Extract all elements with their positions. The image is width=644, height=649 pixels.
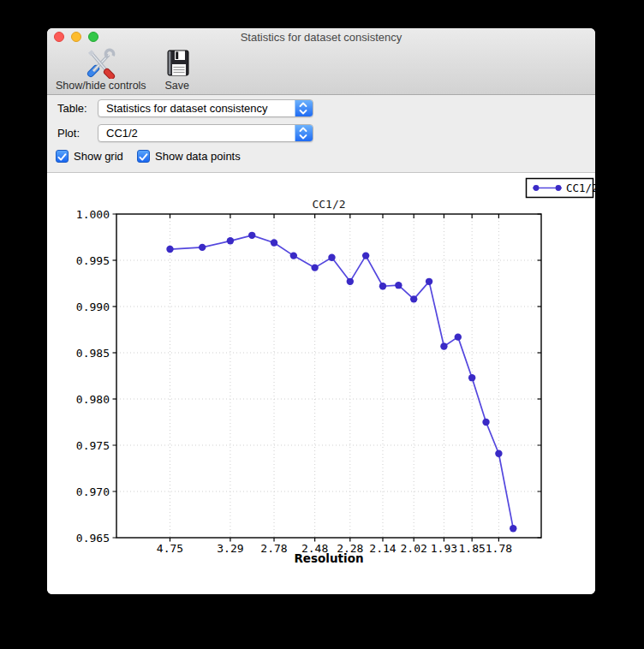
data-point — [311, 264, 318, 271]
y-tick-label: 0.980 — [76, 393, 110, 406]
legend-marker — [534, 185, 540, 191]
data-point — [227, 237, 234, 244]
data-point — [248, 232, 255, 239]
x-tick-label: 2.14 — [369, 542, 396, 555]
show-hide-controls-label: Show/hide controls — [56, 80, 146, 92]
chevron-up-down-icon — [295, 100, 311, 116]
cc-half-chart: 1.0000.9950.9900.9850.9800.9750.9700.965… — [47, 173, 595, 594]
x-tick-label: 2.02 — [401, 542, 427, 555]
table-select[interactable]: Statistics for dataset consistency — [98, 99, 313, 117]
chart-gridlines — [116, 214, 541, 538]
data-point — [455, 333, 462, 340]
x-tick-label: 1.78 — [486, 542, 512, 555]
plot-label: Plot: — [57, 127, 80, 140]
checkmark-icon — [138, 152, 149, 163]
data-point — [362, 252, 369, 259]
controls-panel: Table: Statistics for dataset consistenc… — [47, 95, 595, 173]
chart-title: CC1/2 — [312, 198, 345, 211]
chevron-up-down-icon — [295, 125, 311, 141]
window-header: Statistics for dataset consistency — [47, 28, 595, 95]
data-point — [328, 254, 335, 261]
data-point — [395, 282, 402, 289]
save-icon — [162, 48, 193, 79]
show-grid-checkbox[interactable] — [56, 150, 69, 163]
show-hide-controls-button[interactable]: Show/hide controls — [56, 48, 146, 92]
table-select-stepper[interactable] — [295, 100, 313, 116]
data-point — [290, 252, 297, 259]
data-point — [199, 244, 206, 251]
chart-legend: CC1/2 — [527, 179, 596, 198]
x-axis-label: Resolution — [294, 551, 363, 565]
y-tick-label: 0.975 — [76, 439, 110, 452]
data-point — [495, 450, 502, 457]
data-point — [468, 374, 475, 381]
show-data-points-checkbox[interactable] — [137, 150, 150, 163]
statistics-window: Statistics for dataset consistency — [47, 28, 595, 594]
chart-tick-labels: 1.0000.9950.9900.9850.9800.9750.9700.965… — [76, 208, 512, 556]
series-line — [170, 235, 513, 528]
x-tick-label: 1.85 — [458, 542, 485, 555]
data-point — [379, 283, 386, 289]
table-select-value: Statistics for dataset consistency — [106, 100, 268, 116]
y-tick-label: 0.995 — [76, 254, 110, 267]
y-tick-label: 0.990 — [76, 301, 110, 313]
y-tick-label: 0.985 — [76, 347, 110, 360]
x-tick-label: 2.78 — [260, 542, 287, 555]
chart-series — [166, 232, 516, 533]
y-tick-label: 1.000 — [76, 208, 110, 221]
x-tick-label: 3.29 — [217, 542, 243, 555]
save-label: Save — [164, 80, 189, 92]
data-point — [426, 278, 432, 285]
show-grid-label: Show grid — [74, 150, 123, 163]
save-button[interactable]: Save — [162, 48, 193, 92]
data-point — [271, 239, 277, 246]
data-point — [410, 295, 417, 302]
plot-select-stepper[interactable] — [295, 125, 313, 141]
y-tick-label: 0.965 — [76, 532, 110, 545]
tools-icon — [86, 48, 116, 79]
chart-frame — [116, 214, 541, 538]
data-point — [347, 278, 354, 285]
legend-marker — [556, 185, 562, 191]
window-title: Statistics for dataset consistency — [47, 28, 595, 46]
data-point — [166, 246, 173, 253]
plot-select-value: CC1/2 — [106, 125, 138, 141]
data-point — [482, 419, 489, 426]
show-data-points-label: Show data points — [155, 150, 241, 163]
checkmark-icon — [57, 152, 68, 163]
plot-select[interactable]: CC1/2 — [98, 124, 313, 142]
plot-area: 1.0000.9950.9900.9850.9800.9750.9700.965… — [47, 173, 595, 594]
toolbar: Show/hide controls Save — [56, 48, 193, 94]
chart-ticks — [113, 214, 542, 542]
table-label: Table: — [57, 102, 87, 115]
y-tick-label: 0.970 — [76, 485, 110, 498]
legend-label: CC1/2 — [566, 182, 595, 194]
data-point — [510, 525, 516, 532]
x-tick-label: 4.75 — [157, 542, 183, 555]
data-point — [440, 342, 447, 349]
x-tick-label: 1.93 — [431, 542, 457, 555]
